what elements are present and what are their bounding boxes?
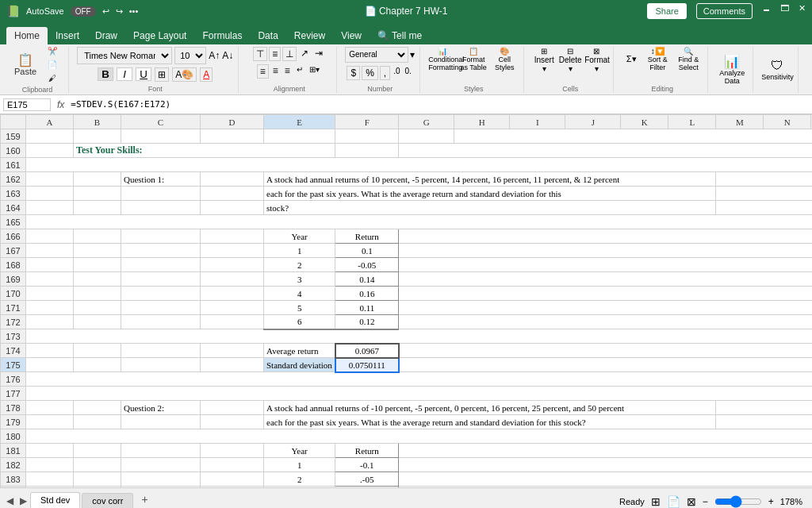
- cell-rest-183[interactable]: [399, 472, 812, 487]
- cell-a179[interactable]: [26, 415, 74, 429]
- cell-e162[interactable]: A stock had annual returns of 10 percent…: [264, 172, 716, 187]
- cell-b169[interactable]: [74, 272, 121, 287]
- cell-e178[interactable]: A stock had annual returns of -10 percen…: [264, 401, 716, 415]
- cell-c164[interactable]: [121, 201, 201, 215]
- cell-rest-170[interactable]: [399, 287, 812, 301]
- cell-c174[interactable]: [121, 344, 201, 358]
- cell-a171[interactable]: [26, 301, 74, 315]
- col-header-k[interactable]: K: [621, 115, 668, 129]
- cell-a174[interactable]: [26, 344, 74, 358]
- cell-a164[interactable]: [26, 201, 74, 215]
- tab-tell-me[interactable]: 🔍 Tell me: [370, 27, 430, 44]
- cell-d169[interactable]: [201, 272, 264, 287]
- navigate-right-icon[interactable]: ▶: [17, 494, 30, 508]
- cell-b170[interactable]: [74, 287, 121, 301]
- cell-d174[interactable]: [201, 344, 264, 358]
- add-sheet-button[interactable]: +: [135, 491, 154, 508]
- cell-c166[interactable]: [121, 229, 201, 244]
- tab-review[interactable]: Review: [286, 27, 333, 44]
- cell-b183[interactable]: [74, 472, 121, 487]
- cell-e171[interactable]: 5: [264, 301, 335, 315]
- cell-e160[interactable]: [335, 144, 399, 158]
- font-family-select[interactable]: Times New Roman: [77, 47, 172, 64]
- cell-b168[interactable]: [74, 258, 121, 272]
- cell-a177[interactable]: [26, 387, 813, 401]
- delete-cells-button[interactable]: ⊟ Delete ▾: [558, 47, 582, 73]
- comments-button[interactable]: Comments: [696, 3, 753, 19]
- cell-rest-163[interactable]: [716, 187, 812, 201]
- cell-b166[interactable]: [74, 229, 121, 244]
- col-header-j[interactable]: J: [565, 115, 621, 129]
- cell-f168[interactable]: -0.05: [335, 258, 399, 272]
- tab-page-layout[interactable]: Page Layout: [125, 27, 194, 44]
- close-icon[interactable]: ✕: [799, 3, 806, 19]
- cell-b178[interactable]: [74, 401, 121, 415]
- cell-f170[interactable]: 0.16: [335, 287, 399, 301]
- cell-f181[interactable]: Return: [335, 444, 399, 458]
- more-tools-icon[interactable]: •••: [129, 6, 139, 16]
- col-header-d[interactable]: D: [201, 115, 264, 129]
- cell-rest-164[interactable]: [716, 201, 812, 215]
- cell-rest-184[interactable]: [399, 487, 812, 488]
- cell-a161[interactable]: [26, 158, 813, 172]
- cell-e175[interactable]: Standard deviation: [264, 358, 335, 372]
- cell-f183[interactable]: .-05: [335, 472, 399, 487]
- redo-icon[interactable]: ↪: [116, 6, 123, 17]
- text-direction-icon[interactable]: ↗: [298, 47, 311, 61]
- view-normal-icon[interactable]: ⊞: [651, 495, 661, 508]
- cell-d168[interactable]: [201, 258, 264, 272]
- tab-data[interactable]: Data: [250, 27, 285, 44]
- cell-a173[interactable]: [26, 329, 813, 344]
- formula-input[interactable]: [71, 99, 809, 110]
- wrap-text-icon[interactable]: ↵: [294, 64, 305, 79]
- cell-rest-160[interactable]: [399, 144, 812, 158]
- cell-a172[interactable]: [26, 315, 74, 329]
- cell-d182[interactable]: [201, 458, 264, 472]
- cell-rest-166[interactable]: [399, 229, 812, 244]
- cell-a176[interactable]: [26, 372, 813, 387]
- cell-a165[interactable]: [26, 215, 813, 229]
- cell-reference-input[interactable]: [3, 98, 51, 111]
- cell-f174[interactable]: 0.0967: [335, 344, 399, 358]
- cell-d179[interactable]: [201, 415, 264, 429]
- cell-e170[interactable]: 4: [264, 287, 335, 301]
- fill-color-icon[interactable]: A🎨: [172, 67, 197, 82]
- font-size-select[interactable]: 10: [174, 47, 206, 64]
- cell-f182[interactable]: -0.1: [335, 458, 399, 472]
- col-header-m[interactable]: M: [716, 115, 764, 129]
- maximize-icon[interactable]: 🗖: [780, 3, 789, 19]
- cell-b164[interactable]: [74, 201, 121, 215]
- cell-a162[interactable]: [26, 172, 74, 187]
- cell-d183[interactable]: [201, 472, 264, 487]
- analyze-data-button[interactable]: 📊 AnalyzeData: [716, 54, 748, 85]
- tab-home[interactable]: Home: [6, 27, 48, 44]
- zoom-plus-button[interactable]: +: [768, 496, 774, 507]
- cell-e183[interactable]: 2: [264, 472, 335, 487]
- cell-rest-168[interactable]: [399, 258, 812, 272]
- cell-b182[interactable]: [74, 458, 121, 472]
- share-button[interactable]: Share: [647, 3, 686, 19]
- cell-a163[interactable]: [26, 187, 74, 201]
- format-painter-button[interactable]: 🖌: [41, 72, 63, 84]
- zoom-minus-button[interactable]: −: [703, 496, 708, 507]
- cell-a167[interactable]: [26, 244, 74, 258]
- cell-f175[interactable]: 0.0750111: [335, 358, 399, 372]
- sensitivity-button[interactable]: 🛡 Sensitivity: [761, 59, 793, 81]
- format-cells-button[interactable]: ⊠ Format ▾: [584, 47, 608, 73]
- cell-rest-178[interactable]: [716, 401, 812, 415]
- cell-c159[interactable]: [121, 129, 201, 144]
- view-layout-icon[interactable]: 📄: [667, 495, 680, 508]
- cell-e172[interactable]: 6: [264, 315, 335, 329]
- cell-e169[interactable]: 3: [264, 272, 335, 287]
- currency-icon[interactable]: %: [362, 66, 378, 80]
- cell-d159[interactable]: [201, 129, 264, 144]
- cell-rest-171[interactable]: [399, 301, 812, 315]
- cell-c175[interactable]: [121, 358, 201, 372]
- cell-b160[interactable]: Test Your Skills:: [74, 144, 335, 158]
- cell-f166[interactable]: Return: [335, 229, 399, 244]
- cell-e159[interactable]: [264, 129, 335, 144]
- cell-a166[interactable]: [26, 229, 74, 244]
- cell-e166[interactable]: Year: [264, 229, 335, 244]
- col-header-b[interactable]: B: [74, 115, 121, 129]
- border-icon[interactable]: ⊞: [155, 67, 169, 82]
